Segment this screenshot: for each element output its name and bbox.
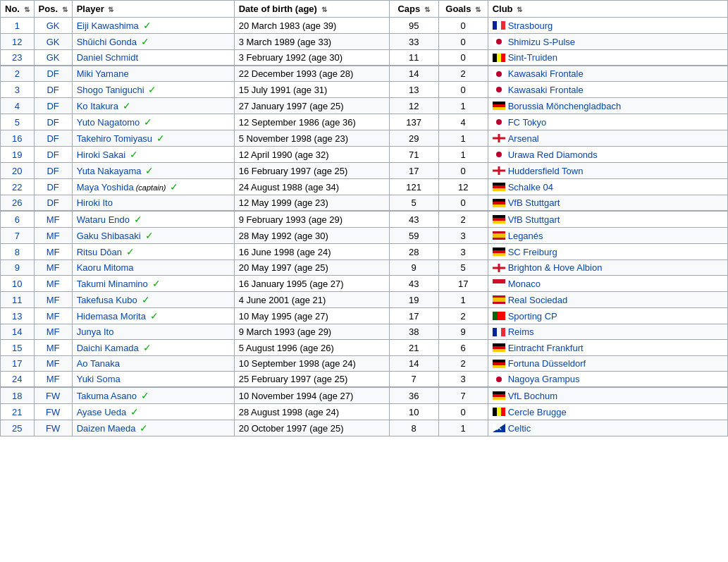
number-link[interactable]: 19 <box>12 149 22 160</box>
number-link[interactable]: 20 <box>12 166 22 176</box>
position-link[interactable]: DF <box>47 149 58 160</box>
position-link[interactable]: MF <box>47 343 60 353</box>
player-link[interactable]: Hidemasa Morita <box>77 311 146 322</box>
number-link[interactable]: 5 <box>15 117 20 128</box>
header-dob[interactable]: Date of birth (age) ⇅ <box>234 1 389 18</box>
club-link[interactable]: Monaco <box>508 279 541 289</box>
player-link[interactable]: Gaku Shibasaki <box>77 231 141 241</box>
number-link[interactable]: 24 <box>12 374 22 384</box>
club-link[interactable]: Urawa Red Diamonds <box>508 149 598 160</box>
club-link[interactable]: Kawasaki Frontale <box>508 85 584 95</box>
position-link[interactable]: GK <box>47 37 60 47</box>
number-link[interactable]: 25 <box>12 423 22 434</box>
number-link[interactable]: 23 <box>12 52 22 63</box>
number-link[interactable]: 18 <box>12 391 22 401</box>
player-link[interactable]: Eiji Kawashima <box>77 20 139 31</box>
position-link[interactable]: MF <box>47 247 60 257</box>
player-link[interactable]: Hiroki Sakai <box>77 149 125 160</box>
number-link[interactable]: 16 <box>12 133 22 144</box>
number-link[interactable]: 12 <box>12 37 22 47</box>
club-link[interactable]: Arsenal <box>508 133 539 144</box>
number-link[interactable]: 10 <box>12 279 22 289</box>
player-link[interactable]: Ko Itakura <box>77 101 118 111</box>
position-link[interactable]: DF <box>47 166 58 176</box>
number-link[interactable]: 21 <box>12 407 22 417</box>
number-link[interactable]: 1 <box>15 20 20 31</box>
player-link[interactable]: Shogo Taniguchi <box>77 85 144 95</box>
position-link[interactable]: GK <box>47 52 60 63</box>
position-link[interactable]: DF <box>47 133 58 144</box>
header-pos[interactable]: Pos. ⇅ <box>34 1 72 18</box>
club-link[interactable]: VfB Stuttgart <box>508 197 560 208</box>
number-link[interactable]: 3 <box>15 85 20 95</box>
position-link[interactable]: MF <box>47 279 60 289</box>
header-club[interactable]: Club ⇅ <box>488 1 727 18</box>
player-link[interactable]: Takumi Minamino <box>77 279 148 289</box>
club-link[interactable]: Shimizu S-Pulse <box>508 37 575 47</box>
position-link[interactable]: DF <box>47 117 58 128</box>
club-link[interactable]: Brighton & Hove Albion <box>508 262 603 273</box>
club-link[interactable]: VfL Bochum <box>508 391 557 401</box>
position-link[interactable]: MF <box>47 311 60 322</box>
number-link[interactable]: 15 <box>12 343 22 353</box>
player-link[interactable]: Shūichi Gonda <box>77 37 137 47</box>
position-link[interactable]: MF <box>47 374 60 384</box>
club-link[interactable]: SC Freiburg <box>508 247 557 257</box>
header-caps[interactable]: Caps ⇅ <box>389 1 438 18</box>
player-link[interactable]: Wataru Endo <box>77 214 130 225</box>
club-link[interactable]: Nagoya Grampus <box>508 374 580 384</box>
player-link[interactable]: Takehiro Tomiyasu <box>77 133 152 144</box>
number-link[interactable]: 8 <box>15 247 20 257</box>
position-link[interactable]: FW <box>46 423 60 434</box>
number-link[interactable]: 7 <box>15 231 20 241</box>
club-link[interactable]: Sporting CP <box>508 311 557 322</box>
number-link[interactable]: 17 <box>12 358 22 369</box>
club-link[interactable]: Strasbourg <box>508 20 553 31</box>
player-link[interactable]: Daizen Maeda <box>77 423 136 434</box>
number-link[interactable]: 2 <box>15 68 20 79</box>
player-link[interactable]: Ritsu Dōan <box>77 247 122 257</box>
number-link[interactable]: 14 <box>12 326 22 337</box>
position-link[interactable]: MF <box>47 262 60 273</box>
header-player[interactable]: Player ⇅ <box>72 1 234 18</box>
number-link[interactable]: 9 <box>15 262 20 273</box>
position-link[interactable]: GK <box>47 20 60 31</box>
club-link[interactable]: Eintracht Frankfurt <box>508 343 584 353</box>
player-link[interactable]: Yuta Nakayama <box>77 166 142 176</box>
header-no[interactable]: No. ⇅ <box>1 1 35 18</box>
number-link[interactable]: 22 <box>12 182 22 193</box>
position-link[interactable]: FW <box>46 391 60 401</box>
position-link[interactable]: MF <box>47 326 60 337</box>
player-link[interactable]: Hiroki Ito <box>77 197 113 208</box>
club-link[interactable]: Huddersfield Town <box>508 166 584 176</box>
club-link[interactable]: Borussia Mönchengladbach <box>508 101 621 111</box>
club-link[interactable]: Schalke 04 <box>508 182 553 193</box>
position-link[interactable]: MF <box>47 358 60 369</box>
player-link[interactable]: Takuma Asano <box>77 391 137 401</box>
club-link[interactable]: Sint-Truiden <box>508 52 557 63</box>
number-link[interactable]: 4 <box>15 101 20 111</box>
position-link[interactable]: DF <box>47 197 58 208</box>
position-link[interactable]: MF <box>47 295 60 305</box>
header-goals[interactable]: Goals ⇅ <box>438 1 488 18</box>
club-link[interactable]: Leganés <box>508 231 543 241</box>
player-link[interactable]: Takefusa Kubo <box>77 295 137 305</box>
club-link[interactable]: Cercle Brugge <box>508 407 567 417</box>
position-link[interactable]: DF <box>47 182 58 193</box>
number-link[interactable]: 26 <box>12 197 22 208</box>
position-link[interactable]: MF <box>47 231 60 241</box>
player-link[interactable]: Maya Yoshida <box>77 182 134 193</box>
player-link[interactable]: Daniel Schmidt <box>77 52 138 63</box>
player-link[interactable]: Junya Ito <box>77 326 114 337</box>
position-link[interactable]: DF <box>47 68 58 79</box>
player-link[interactable]: Kaoru Mitoma <box>77 262 134 273</box>
position-link[interactable]: MF <box>47 214 60 225</box>
player-link[interactable]: Yuki Soma <box>77 374 121 384</box>
club-link[interactable]: Celtic <box>508 423 531 434</box>
club-link[interactable]: FC Tokyo <box>508 117 547 128</box>
club-link[interactable]: Real Sociedad <box>508 295 568 305</box>
position-link[interactable]: DF <box>47 85 58 95</box>
position-link[interactable]: DF <box>47 101 58 111</box>
number-link[interactable]: 6 <box>15 214 20 225</box>
player-link[interactable]: Ao Tanaka <box>77 358 120 369</box>
